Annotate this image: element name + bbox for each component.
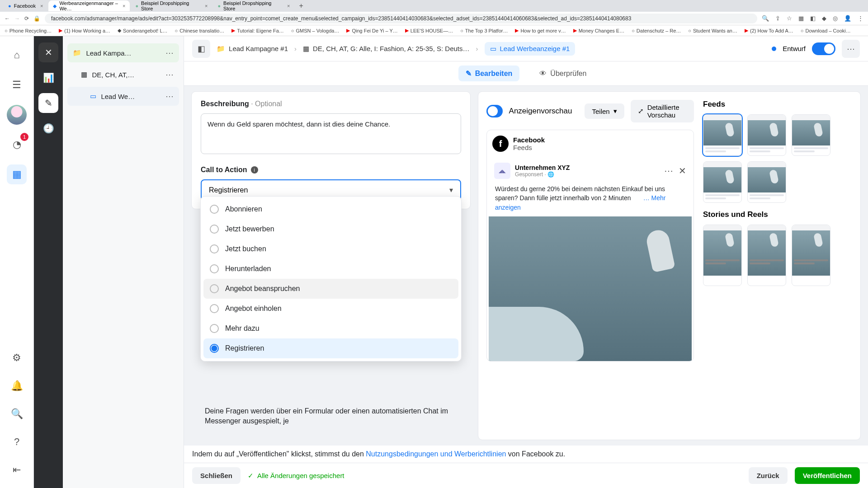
- tree-adset[interactable]: ▦ DE, CH, AT,… ⋯: [67, 65, 179, 84]
- close-button[interactable]: Schließen: [192, 467, 241, 484]
- ext-icon[interactable]: ◎: [833, 15, 838, 22]
- tab-edit[interactable]: ✎Bearbeiten: [458, 66, 520, 81]
- ad-active-toggle[interactable]: [812, 42, 835, 55]
- cta-option[interactable]: Jetzt bewerben: [203, 219, 458, 239]
- crumb-ad[interactable]: ▭Lead Werbeanzeige #1: [485, 42, 576, 56]
- settings-icon[interactable]: ⚙: [7, 348, 27, 368]
- close-editor-button[interactable]: ✕: [38, 42, 58, 62]
- ads-manager-icon[interactable]: ▦: [7, 164, 27, 184]
- share-button[interactable]: Teilen▾: [585, 103, 624, 119]
- more-icon[interactable]: ⋯: [165, 91, 174, 101]
- edit-icon[interactable]: ✎: [38, 93, 58, 113]
- more-icon[interactable]: ⋯: [165, 48, 174, 58]
- terms-notice: Indem du auf „Veröffentlichen" klickst, …: [184, 446, 868, 463]
- tree-campaign[interactable]: 📁 Lead Kampa… ⋯: [67, 43, 179, 62]
- cta-option[interactable]: Mehr dazu: [203, 319, 458, 338]
- cta-option[interactable]: Angebot beanspruchen: [203, 279, 458, 299]
- zoom-icon[interactable]: 🔍: [762, 15, 769, 22]
- bookmark[interactable]: ○Student Wants an…: [688, 28, 737, 33]
- tab-review[interactable]: 👁Überprüfen: [532, 66, 594, 81]
- bookmark[interactable]: ▶(2) How To Add A…: [745, 28, 793, 33]
- placement-thumb[interactable]: [747, 114, 786, 156]
- cta-option[interactable]: Jetzt buchen: [203, 239, 458, 259]
- browser-tab[interactable]: ●Beispiel Dropshipping Store×: [131, 0, 212, 11]
- star-icon[interactable]: ☆: [787, 15, 792, 22]
- new-tab-button[interactable]: +: [295, 2, 307, 10]
- more-actions-button[interactable]: ⋯: [842, 40, 860, 58]
- browser-tab[interactable]: ●Beispiel Dropshipping Store×: [213, 0, 294, 11]
- placement-thumb[interactable]: [703, 114, 742, 156]
- close-icon[interactable]: ×: [40, 3, 43, 9]
- crumb-campaign[interactable]: 📁Lead Kampagne #1: [217, 45, 288, 53]
- preview-toggle[interactable]: [486, 105, 503, 117]
- bookmark[interactable]: ○Phone Recycling…: [5, 28, 52, 33]
- close-icon[interactable]: ×: [205, 3, 208, 9]
- breadcrumb-bar: ◧ 📁Lead Kampagne #1 › ▦DE, CH, AT, G: Al…: [184, 36, 868, 61]
- detailed-preview-button[interactable]: ⤢Detaillierte Vorschau: [631, 100, 694, 122]
- placement-thumb[interactable]: [703, 225, 742, 286]
- collapse-icon[interactable]: ⇤: [7, 460, 27, 480]
- close-icon[interactable]: ×: [123, 3, 125, 9]
- bookmark[interactable]: ▶Money Changes E…: [573, 28, 625, 33]
- cta-option[interactable]: Abonnieren: [203, 199, 458, 219]
- editor-tabs: ✎Bearbeiten 👁Überprüfen: [184, 61, 868, 86]
- share-icon[interactable]: ⇪: [775, 15, 780, 22]
- avatar[interactable]: [7, 105, 27, 125]
- publish-button[interactable]: Veröffentlichen: [795, 467, 860, 484]
- panel-toggle-icon[interactable]: ◧: [192, 40, 210, 58]
- crumb-adset[interactable]: ▦DE, CH, AT, G: Alle, I: Fashion, A: 25-…: [303, 45, 470, 53]
- placement-thumb[interactable]: [792, 114, 830, 156]
- cta-option[interactable]: Angebot einholen: [203, 299, 458, 319]
- placement-thumb[interactable]: [747, 225, 786, 286]
- history-icon[interactable]: 🕘: [38, 118, 58, 138]
- url-input[interactable]: facebook.com/adsmanager/manage/ads/edit?…: [45, 14, 757, 23]
- shortcut-icon[interactable]: ◔: [7, 135, 27, 155]
- radio-icon: [210, 244, 219, 253]
- bookmark[interactable]: ▶LEE'S HOUSE—…: [405, 28, 453, 33]
- back-button[interactable]: Zurück: [749, 467, 788, 484]
- tree-label: Lead We…: [101, 93, 135, 100]
- profile-icon[interactable]: 👤: [844, 15, 851, 22]
- home-icon[interactable]: ⌂: [7, 45, 27, 65]
- bookmark[interactable]: ○GMSN – Vologda…: [291, 28, 340, 33]
- browser-tab-active[interactable]: ◆Werbeanzeigenmanager – We…×: [48, 0, 130, 11]
- bookmark[interactable]: ○Chinese translatio…: [175, 28, 225, 33]
- back-icon[interactable]: ←: [5, 15, 10, 22]
- terms-link[interactable]: Nutzungsbedingungen und Werberichtlinien: [366, 450, 506, 458]
- bookmark[interactable]: ○Download – Cooki…: [801, 28, 851, 33]
- bookmark[interactable]: ○The Top 3 Platfor…: [460, 28, 508, 33]
- page-name: Unternehmen XYZ: [515, 164, 570, 171]
- close-icon[interactable]: ×: [287, 3, 290, 9]
- cta-option-selected[interactable]: Registrieren: [203, 338, 458, 358]
- placement-thumb[interactable]: [703, 161, 742, 203]
- bookmark[interactable]: ▶Tutorial: Eigene Fa…: [231, 28, 284, 33]
- bookmark[interactable]: ◆Sonderangebot! L…: [118, 28, 167, 33]
- notifications-icon[interactable]: 🔔: [7, 376, 27, 396]
- placement-thumb[interactable]: [792, 225, 830, 286]
- browser-tab[interactable]: ●Facebook×: [4, 0, 47, 11]
- search-icon[interactable]: 🔍: [7, 404, 27, 424]
- cta-option[interactable]: Herunterladen: [203, 259, 458, 279]
- bookmark[interactable]: ▶How to get more v…: [515, 28, 566, 33]
- bookmark[interactable]: ▶(1) How Working a…: [59, 28, 110, 33]
- folder-icon: 📁: [217, 45, 225, 53]
- more-icon[interactable]: ⋯: [165, 70, 174, 80]
- reload-icon[interactable]: ⟳: [24, 15, 29, 22]
- bookmark[interactable]: ▶Qing Fei De Yi – Y…: [346, 28, 397, 33]
- description-input[interactable]: Wenn du Geld sparen möchtest, dann ist d…: [201, 113, 461, 154]
- info-icon[interactable]: i: [251, 166, 258, 174]
- ext-icon[interactable]: ◆: [822, 15, 826, 22]
- forward-icon[interactable]: →: [14, 15, 20, 22]
- placement-thumb[interactable]: [747, 161, 786, 203]
- lock-icon: 🔒: [33, 15, 40, 22]
- menu-icon[interactable]: ☰: [7, 75, 27, 95]
- ext-icon[interactable]: ▦: [798, 15, 804, 22]
- bookmark[interactable]: ○Datenschutz – Re…: [632, 28, 681, 33]
- help-icon[interactable]: ?: [7, 432, 27, 452]
- post-more-icon[interactable]: ⋯: [664, 165, 673, 176]
- menu-icon[interactable]: ⋮: [858, 15, 863, 22]
- tree-ad[interactable]: ▭ Lead We… ⋯: [67, 87, 179, 106]
- post-close-icon[interactable]: ✕: [679, 165, 686, 176]
- ext-icon[interactable]: ◧: [810, 15, 816, 22]
- chart-icon[interactable]: 📊: [38, 68, 58, 88]
